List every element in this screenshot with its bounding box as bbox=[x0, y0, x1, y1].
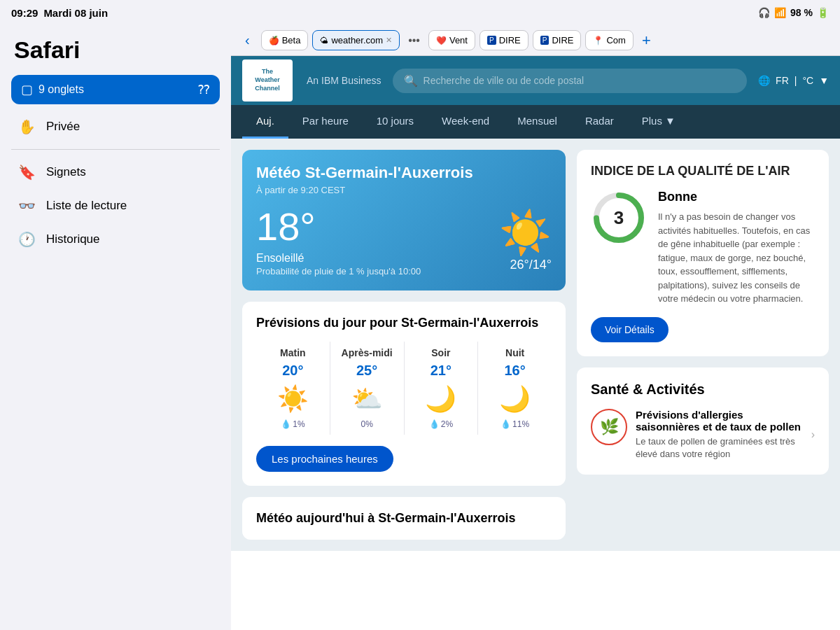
aq-main: 3 Bonne Il n'y a pas besoin de changer v… bbox=[591, 190, 815, 306]
nav-tab-auj[interactable]: Auj. bbox=[242, 105, 288, 139]
language: FR bbox=[776, 75, 789, 86]
current-weather-card: Météo St-Germain-l'Auxerrois À partir de… bbox=[242, 150, 566, 290]
tab-vent[interactable]: ❤️ Vent bbox=[428, 30, 475, 50]
tabs-button[interactable]: ▢ 9 onglets ⁇ bbox=[11, 75, 220, 104]
nav-tab-mensuel[interactable]: Mensuel bbox=[503, 105, 571, 139]
fp-name-nuit: Nuit bbox=[481, 347, 549, 358]
search-bar[interactable]: 🔍 Recherche de ville ou de code postal bbox=[393, 69, 748, 93]
tab-weather-close[interactable]: ✕ bbox=[386, 36, 392, 45]
header-right: 🌐 FR | °C ▼ bbox=[758, 75, 829, 86]
nav-tab-10jours[interactable]: 10 jours bbox=[363, 105, 428, 139]
sidebar-item-signets[interactable]: 🔖 Signets bbox=[11, 155, 220, 189]
bookmark-icon: 🔖 bbox=[17, 164, 36, 181]
nav-tab-plus[interactable]: Plus ▼ bbox=[628, 105, 690, 139]
headphones-icon: 🎧 bbox=[758, 7, 770, 18]
unit-separator: | bbox=[794, 75, 797, 86]
clock-icon: 🕐 bbox=[17, 231, 36, 248]
current-temp: 18° bbox=[256, 204, 421, 249]
fp-rain-matin: 💧 1% bbox=[259, 419, 327, 429]
tabs-bar: 🍎 Beta 🌤 weather.com ✕ ••• ❤️ Vent P DIR… bbox=[261, 30, 832, 51]
tab-com-favicon: 📍 bbox=[593, 36, 603, 46]
current-condition: Ensoleillé bbox=[256, 252, 421, 265]
nav-tab-radar[interactable]: Radar bbox=[571, 105, 628, 139]
sante-card: Santé & Activités 🌿 Prévisions d'allergi… bbox=[577, 368, 829, 475]
forecast-nuit: Nuit 16° 🌙 💧 11% bbox=[478, 342, 552, 435]
tabs-more-button[interactable]: ••• bbox=[404, 31, 424, 50]
web-content: The Weather Channel An IBM Business 🔍 Re… bbox=[231, 56, 840, 630]
fp-name-aprem: Après-midi bbox=[333, 347, 401, 358]
fp-icon-matin: ☀️ bbox=[259, 384, 327, 414]
tab-vent-favicon: ❤️ bbox=[436, 36, 447, 46]
sante-item-allergies[interactable]: 🌿 Prévisions d'allergies saisonnières et… bbox=[591, 409, 815, 461]
nav-tab-heure[interactable]: Par heure bbox=[288, 105, 363, 139]
tab-weather-favicon: 🌤 bbox=[320, 36, 328, 46]
forecast-title: Prévisions du jour pour St-Germain-l'Aux… bbox=[256, 316, 552, 330]
weather-left: Météo St-Germain-l'Auxerrois À partir de… bbox=[242, 150, 566, 540]
tab-dire1[interactable]: P DIRE bbox=[479, 30, 528, 50]
forecast-periods: Matin 20° ☀️ 💧 1% Après-midi 25° bbox=[256, 342, 552, 435]
fp-rain-soir-val: 2% bbox=[441, 419, 453, 429]
current-weather-city: Météo St-Germain-l'Auxerrois bbox=[256, 164, 552, 182]
grid-icon: ⁇ bbox=[198, 82, 210, 97]
tab-dire2[interactable]: P DIRE bbox=[533, 30, 582, 50]
sante-item-desc: Le taux de pollen de graminées est très … bbox=[636, 435, 803, 461]
sante-title: Santé & Activités bbox=[591, 382, 815, 398]
today-card: Météo aujourd'hui à St-Germain-l'Auxerro… bbox=[242, 497, 566, 540]
current-range: 26°/14° bbox=[499, 258, 552, 272]
status-time: 09:29 bbox=[11, 7, 38, 19]
tab-dire1-favicon: P bbox=[487, 36, 496, 45]
fp-rain-aprem-val: 0% bbox=[360, 419, 372, 429]
tab-vent-label: Vent bbox=[449, 35, 468, 46]
tab-dire2-label: DIRE bbox=[552, 35, 573, 46]
search-placeholder: Recherche de ville ou de code postal bbox=[424, 75, 584, 86]
weather-right: INDICE DE LA QUALITÉ DE L'AIR 3 Bonne bbox=[577, 150, 829, 540]
sidebar-label-signets: Signets bbox=[46, 165, 86, 179]
nav-tab-plus-label: Plus bbox=[642, 115, 662, 127]
wifi-icon: 📶 bbox=[774, 7, 786, 18]
tab-weather-label: weather.com bbox=[331, 35, 383, 46]
sidebar-title: Safari bbox=[11, 36, 220, 64]
aq-gauge: 3 bbox=[591, 190, 647, 246]
next-hours-button[interactable]: Les prochaines heures bbox=[256, 446, 393, 472]
sidebar-item-privee[interactable]: ✋ Privée bbox=[11, 110, 220, 144]
tab-beta-label: Beta bbox=[282, 35, 301, 46]
globe-icon: 🌐 bbox=[758, 75, 770, 86]
aq-info: Bonne Il n'y a pas besoin de changer vos… bbox=[658, 190, 815, 306]
fp-temp-matin: 20° bbox=[259, 363, 327, 379]
sidebar-item-lecture[interactable]: 👓 Liste de lecture bbox=[11, 189, 220, 223]
unit-dropdown-icon[interactable]: ▼ bbox=[819, 75, 829, 86]
tab-weather[interactable]: 🌤 weather.com ✕ bbox=[312, 30, 400, 50]
sidebar-item-historique[interactable]: 🕐 Historique bbox=[11, 223, 220, 256]
voir-details-button[interactable]: Voir Détails bbox=[591, 317, 668, 342]
sidebar-label-historique: Historique bbox=[46, 232, 100, 246]
pollen-icon: 🌿 bbox=[600, 418, 619, 436]
logo-line3: Channel bbox=[255, 85, 280, 93]
glasses-icon: 👓 bbox=[17, 197, 36, 214]
nav-tab-weekend[interactable]: Week-end bbox=[428, 105, 503, 139]
browser-area: ‹ 🍎 Beta 🌤 weather.com ✕ ••• ❤️ Vent P bbox=[231, 25, 840, 630]
tab-beta[interactable]: 🍎 Beta bbox=[261, 30, 309, 50]
temperature-unit: °C bbox=[802, 75, 813, 86]
today-title: Météo aujourd'hui à St-Germain-l'Auxerro… bbox=[256, 511, 552, 526]
pollen-icon-circle: 🌿 bbox=[591, 409, 627, 445]
tabs-icon: ▢ bbox=[21, 82, 33, 97]
fp-temp-soir: 21° bbox=[407, 363, 475, 379]
aq-label: Bonne bbox=[658, 190, 815, 204]
current-weather-time: À partir de 9:20 CEST bbox=[256, 185, 552, 195]
sidebar-divider bbox=[11, 149, 220, 150]
sante-content: Prévisions d'allergies saisonnières et d… bbox=[636, 409, 803, 461]
current-weather-icon: ☀️ bbox=[499, 208, 552, 258]
add-tab-button[interactable]: + bbox=[638, 30, 655, 51]
forecast-card: Prévisions du jour pour St-Germain-l'Aux… bbox=[242, 302, 566, 486]
back-button[interactable]: ‹ bbox=[239, 29, 255, 51]
weather-header: The Weather Channel An IBM Business 🔍 Re… bbox=[231, 56, 840, 105]
aq-value: 3 bbox=[614, 207, 624, 229]
tab-dire1-label: DIRE bbox=[499, 35, 521, 46]
forecast-soir: Soir 21° 🌙 💧 2% bbox=[405, 342, 479, 435]
sidebar: Safari ▢ 9 onglets ⁇ ✋ Privée 🔖 Signets … bbox=[0, 25, 231, 630]
tab-com-label: Com bbox=[606, 35, 625, 46]
tab-com[interactable]: 📍 Com bbox=[585, 30, 633, 50]
fp-rain-nuit-val: 11% bbox=[512, 419, 529, 429]
weather-logo: The Weather Channel bbox=[242, 59, 293, 102]
rain-drop-icon: 💧 bbox=[281, 419, 291, 429]
